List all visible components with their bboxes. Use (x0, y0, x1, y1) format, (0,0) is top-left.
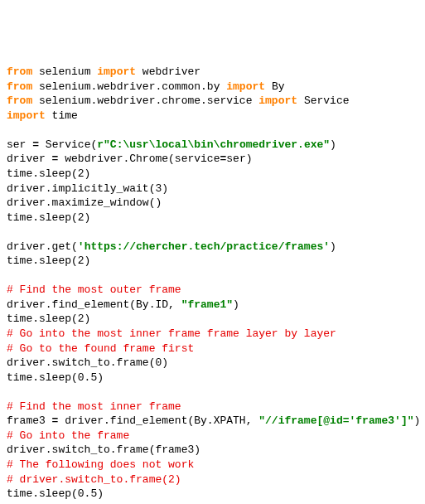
line: time.sleep(2) (7, 167, 90, 180)
keyword-import: import (97, 65, 136, 78)
line: time.sleep(2) (7, 211, 90, 224)
code-text: time.sleep(2) (7, 211, 90, 224)
code-text: time.sleep(2) (7, 167, 90, 180)
line: frame3 = driver.find_element(By.XPATH, "… (7, 414, 420, 427)
line: # Find the most inner frame (7, 400, 181, 413)
keyword-from: from (7, 65, 32, 78)
code-text: ) (330, 138, 336, 151)
line: # Go into the frame (7, 429, 129, 442)
line: from selenium.webdriver.common.by import… (7, 80, 284, 93)
code-text: webdriver (136, 65, 200, 78)
line: # The following does not work (7, 458, 194, 471)
code-text: driver.get( (7, 240, 78, 253)
code-text: Service (297, 94, 349, 107)
code-text: Service( (39, 138, 97, 151)
code-text: driver (7, 153, 52, 165)
code-block: from selenium import webdriver from sele… (7, 65, 418, 504)
line: ser = Service(r"C:\usr\local\bin\chromed… (7, 138, 336, 151)
comment: # Find the most inner frame (7, 400, 181, 413)
string-literal: r"C:\usr\local\bin\chromedriver.exe" (97, 138, 330, 151)
operator-eq: = (32, 138, 39, 151)
keyword-from: from (7, 80, 32, 93)
line: # Find the most outer frame (7, 284, 181, 296)
code-text: selenium.webdriver.common.by (32, 80, 226, 93)
line: time.sleep(2) (7, 313, 90, 325)
line: driver.switch_to.frame(frame3) (7, 443, 200, 456)
code-text: driver.maximize_window() (7, 196, 162, 209)
code-text: selenium.webdriver.chrome.service (32, 94, 258, 107)
line: driver.find_element(By.ID, "frame1") (7, 298, 239, 311)
comment: # Go into the frame (7, 429, 129, 442)
code-text: driver.switch_to.frame(0) (7, 356, 168, 369)
line: # Go into the most inner frame frame lay… (7, 327, 336, 340)
line: time.sleep(2) (7, 254, 90, 267)
line: from selenium.webdriver.chrome.service i… (7, 94, 350, 107)
code-text: time.sleep(0.5) (7, 487, 104, 500)
comment: # The following does not work (7, 458, 194, 471)
code-text: time.sleep(0.5) (7, 371, 104, 384)
code-text: ) (233, 298, 239, 311)
code-text: driver.implicitly_wait(3) (7, 182, 168, 195)
code-text: driver.find_element(By.XPATH, (58, 414, 258, 427)
code-text: time.sleep(2) (7, 313, 90, 325)
comment: # Go to the found frame first (7, 342, 194, 355)
code-text: driver.switch_to.frame(frame3) (7, 443, 200, 456)
code-text: webdriver.Chrome(service (58, 153, 220, 165)
line: driver.maximize_window() (7, 196, 162, 209)
comment: # Find the most outer frame (7, 284, 181, 296)
string-literal: 'https://chercher.tech/practice/frames' (78, 240, 330, 253)
line: time.sleep(0.5) (7, 371, 104, 384)
line: driver.implicitly_wait(3) (7, 182, 168, 195)
code-text: driver.find_element(By.ID, (7, 298, 181, 311)
line: from selenium import webdriver (7, 65, 200, 78)
string-literal: "//iframe[@id='frame3']" (258, 414, 413, 427)
line: # Go to the found frame first (7, 342, 194, 355)
code-text: frame3 (7, 414, 52, 427)
line: # driver.switch_to.frame(2) (7, 473, 181, 486)
string-literal: "frame1" (181, 298, 233, 311)
line: driver.switch_to.frame(0) (7, 356, 168, 369)
keyword-from: from (7, 94, 32, 107)
code-text: ) (414, 414, 421, 427)
code-text: ) (330, 240, 336, 253)
code-text: ser (7, 138, 32, 151)
line: driver = webdriver.Chrome(service=ser) (7, 153, 253, 165)
code-text: ser) (226, 153, 252, 165)
keyword-import: import (258, 94, 297, 107)
code-text: time.sleep(2) (7, 254, 90, 267)
code-text: By (265, 80, 284, 93)
comment: # Go into the most inner frame frame lay… (7, 327, 336, 340)
line: driver.get('https://chercher.tech/practi… (7, 240, 336, 253)
keyword-import: import (226, 80, 265, 93)
keyword-import: import (7, 109, 46, 122)
comment: # driver.switch_to.frame(2) (7, 473, 181, 486)
line: import time (7, 109, 78, 122)
line: time.sleep(0.5) (7, 487, 104, 500)
code-text: selenium (32, 65, 97, 78)
code-text: time (46, 109, 78, 122)
